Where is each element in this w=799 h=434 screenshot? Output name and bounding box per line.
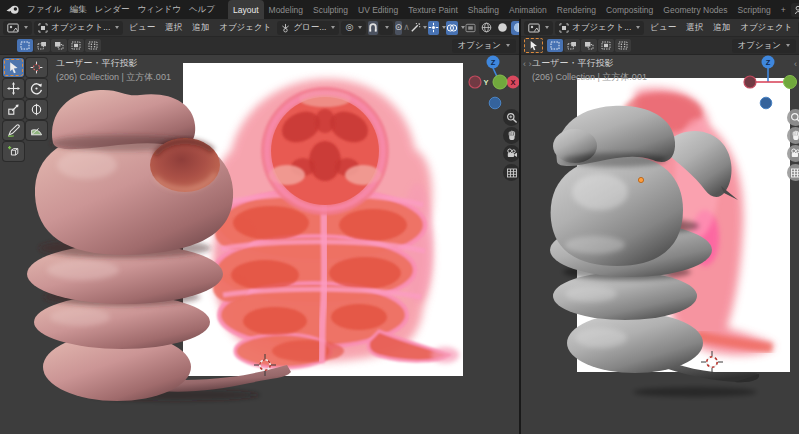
select-mode-set[interactable] <box>17 39 33 52</box>
snap-settings-dropdown[interactable] <box>379 21 393 35</box>
axis-neg-z-ball[interactable] <box>489 97 501 109</box>
scene-browse-button[interactable] <box>791 3 799 17</box>
tool-measure[interactable] <box>26 121 47 140</box>
zoom-button[interactable] <box>787 109 799 126</box>
hand-icon <box>506 130 518 142</box>
menu-window[interactable]: ウィンドウ <box>133 2 185 18</box>
active-tool-button[interactable] <box>524 38 543 53</box>
viewport-right-canvas[interactable]: ‹ › ‹ <box>521 55 799 434</box>
tab-compositing[interactable]: Compositing <box>601 0 658 19</box>
menu-select[interactable]: 選択 <box>160 22 187 34</box>
shading-solid-button[interactable] <box>495 21 511 35</box>
menu-help[interactable]: ヘルプ <box>185 2 219 18</box>
mode-dropdown[interactable]: オブジェクト... <box>555 21 644 35</box>
axis-y-ball[interactable] <box>784 76 797 89</box>
select-mode-invert[interactable] <box>68 39 84 52</box>
view-pull-corner[interactable]: ‹ › <box>523 60 532 69</box>
chevron-down-icon <box>24 26 28 29</box>
xray-toggle[interactable] <box>465 21 476 35</box>
tab-geometry-nodes[interactable]: Geometry Nodes <box>658 0 732 19</box>
tab-layout[interactable]: Layout <box>228 0 264 19</box>
select-mode-extend[interactable] <box>34 39 50 52</box>
axis-neg-z-ball[interactable] <box>760 97 772 109</box>
viewport-toolbar <box>3 58 47 161</box>
tool-annotate[interactable] <box>3 121 24 140</box>
sculpted-model-gray[interactable] <box>545 100 765 400</box>
select-mode-subtract[interactable] <box>51 39 67 52</box>
tool-rotate[interactable] <box>26 79 47 98</box>
viewport-left-canvas[interactable]: ユーザー・平行投影 (206) Collection | 立方体.001 X Y… <box>0 55 519 434</box>
tab-scripting[interactable]: Scripting <box>733 0 776 19</box>
tool-select-box[interactable] <box>3 58 24 77</box>
select-mode-intersect[interactable] <box>615 39 631 52</box>
menu-object[interactable]: オブジェクト <box>735 22 797 34</box>
axis-y-ball[interactable] <box>493 75 507 89</box>
menu-render[interactable]: レンダー <box>91 2 134 18</box>
navigation-axis-gizmo[interactable]: Z <box>741 55 799 113</box>
camera-view-button[interactable] <box>787 145 799 162</box>
options-dropdown[interactable]: オプション <box>452 39 517 53</box>
options-dropdown[interactable]: オプション <box>732 39 797 53</box>
tool-transform[interactable] <box>26 100 47 119</box>
select-mode-intersect[interactable] <box>85 39 101 52</box>
axis-neg-x-ball[interactable] <box>469 76 481 88</box>
shading-wireframe-button[interactable] <box>479 21 495 35</box>
tab-sculpting[interactable]: Sculpting <box>308 0 353 19</box>
tab-animation[interactable]: Animation <box>504 0 552 19</box>
proportional-falloff-dropdown[interactable]: ∧ <box>403 21 410 35</box>
tool-scale[interactable] <box>3 100 24 119</box>
menu-add[interactable]: 追加 <box>708 22 735 34</box>
blender-logo-icon[interactable] <box>6 4 20 15</box>
zoom-button[interactable] <box>503 109 519 126</box>
tool-cursor[interactable] <box>26 58 47 77</box>
axis-y-label: Y <box>483 78 488 87</box>
menu-view[interactable]: ビュー <box>645 22 681 34</box>
chevron-down-icon[interactable] <box>461 26 465 29</box>
tab-modeling[interactable]: Modeling <box>264 0 309 19</box>
chevron-down-icon[interactable] <box>442 26 446 29</box>
menu-object[interactable]: オブジェクト <box>214 22 276 34</box>
select-mode-extend[interactable] <box>564 39 580 52</box>
editor-type-button[interactable] <box>3 21 32 35</box>
magic-wand-icon <box>410 22 421 33</box>
tab-rendering[interactable]: Rendering <box>552 0 601 19</box>
show-overlays-toggle[interactable] <box>446 21 458 35</box>
menu-select[interactable]: 選択 <box>681 22 708 34</box>
menu-file[interactable]: ファイル <box>23 2 66 18</box>
menu-edit[interactable]: 編集 <box>66 2 91 18</box>
camera-view-button[interactable] <box>503 145 519 162</box>
sculpted-model-pink[interactable] <box>25 85 290 412</box>
view-projection-label: ユーザー・平行投影 <box>56 56 171 70</box>
add-workspace-button[interactable]: + <box>776 0 791 19</box>
axis-x-label: X <box>510 78 515 87</box>
axis-neg-x-ball[interactable] <box>744 76 756 88</box>
navigation-axis-gizmo[interactable]: X Y Z <box>465 55 519 113</box>
tool-move[interactable] <box>3 79 24 98</box>
object-origin-dot <box>638 177 643 182</box>
select-mode-subtract[interactable] <box>581 39 597 52</box>
toggle-ortho-button[interactable] <box>503 164 519 181</box>
tab-texture-paint[interactable]: Texture Paint <box>403 0 463 19</box>
viewport-info-overlay: ユーザー・平行投影 (206) Collection | 立方体.001 <box>532 56 647 84</box>
pivot-point-dropdown[interactable]: ◎ <box>341 21 366 35</box>
pan-button[interactable] <box>787 127 799 144</box>
scene-icon <box>794 5 799 15</box>
select-mode-set[interactable] <box>547 39 563 52</box>
toggle-ortho-button[interactable] <box>787 164 799 181</box>
options-label: オプション <box>458 40 502 52</box>
mode-dropdown[interactable]: オブジェクト... <box>34 21 123 35</box>
menu-add[interactable]: 追加 <box>187 22 214 34</box>
pan-button[interactable] <box>503 127 519 144</box>
snap-toggle[interactable] <box>368 21 378 35</box>
tab-shading[interactable]: Shading <box>463 0 504 19</box>
menu-view[interactable]: ビュー <box>124 22 160 34</box>
selectability-dropdown[interactable] <box>410 21 427 35</box>
transform-orientation-dropdown[interactable]: グロー... <box>277 21 339 35</box>
select-mode-invert[interactable] <box>598 39 614 52</box>
editor-type-button[interactable] <box>524 21 553 35</box>
show-gizmo-toggle[interactable] <box>428 21 439 35</box>
tool-add-cube[interactable] <box>3 142 24 161</box>
proportional-edit-toggle[interactable]: ⊙ <box>395 21 403 35</box>
shading-material-button[interactable] <box>511 21 519 35</box>
tab-uv-editing[interactable]: UV Editing <box>353 0 403 19</box>
